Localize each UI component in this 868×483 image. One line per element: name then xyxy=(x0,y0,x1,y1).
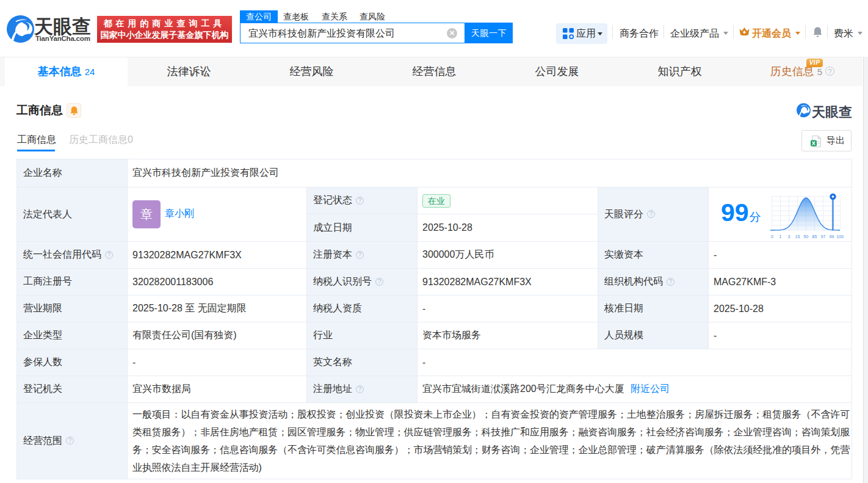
svg-text:99: 99 xyxy=(830,234,834,239)
svg-text:3: 3 xyxy=(788,234,790,239)
svg-text:15: 15 xyxy=(795,234,800,239)
svg-text:1: 1 xyxy=(779,234,782,239)
svg-text:0: 0 xyxy=(771,234,773,239)
svg-text:85: 85 xyxy=(812,234,817,239)
svg-text:97: 97 xyxy=(821,234,826,239)
svg-text:50: 50 xyxy=(804,234,809,239)
svg-text:100: 100 xyxy=(836,234,844,239)
